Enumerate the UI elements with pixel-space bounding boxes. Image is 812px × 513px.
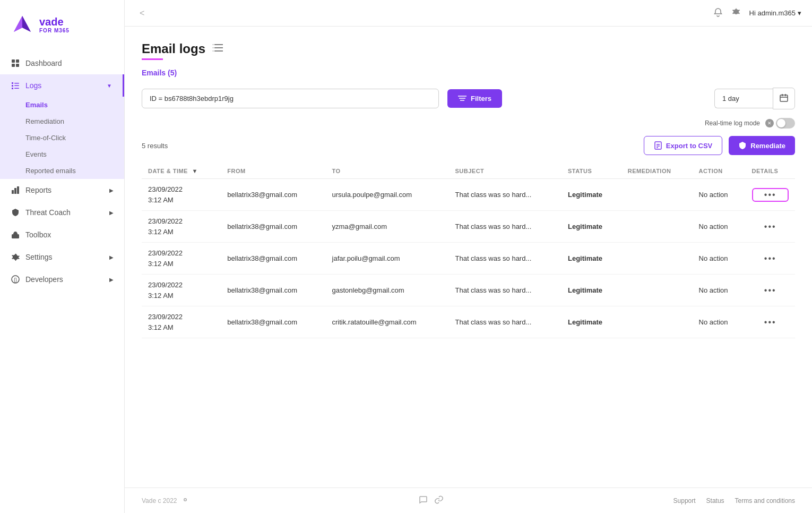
topbar-right: Hi admin.m365 ▾: [713, 7, 801, 19]
cell-action: No action: [693, 275, 746, 306]
page-header: Email logs: [142, 41, 795, 56]
sidebar-item-threat-coach[interactable]: Threat Coach ▶: [0, 201, 124, 224]
details-dots-button[interactable]: •••: [752, 188, 789, 202]
sidebar-item-events[interactable]: Events: [25, 146, 124, 163]
main-nav: Dashboard Logs ▼ Emails Remediation Time…: [0, 47, 124, 513]
footer-copyright: Vade c 2022: [142, 497, 177, 505]
cell-from: bellatrix38@gmail.com: [221, 179, 325, 211]
list-icon: [11, 81, 20, 90]
cell-details[interactable]: •••: [746, 306, 795, 338]
action-buttons: Export to CSV Remediate: [644, 136, 795, 155]
svg-rect-1: [16, 59, 19, 63]
cell-details[interactable]: •••: [746, 243, 795, 275]
cell-datetime: 23/09/20223:12 AM: [142, 275, 221, 306]
notification-icon[interactable]: [713, 7, 723, 19]
sidebar-item-logs[interactable]: Logs ▼: [0, 74, 124, 97]
svg-rect-30: [655, 142, 661, 149]
cell-from: bellatrix38@gmail.com: [221, 211, 325, 243]
sidebar-item-reported-emails[interactable]: Reported emails: [25, 163, 124, 179]
footer-terms[interactable]: Terms and conditions: [735, 497, 795, 505]
toggle-x-icon: ✕: [765, 119, 774, 127]
footer-center: [419, 495, 443, 506]
cell-subject: That class was so hard...: [448, 275, 562, 306]
chevron-right-icon-3: ▶: [109, 254, 114, 260]
main-content: < Hi admin.m365 ▾ Email logs Emails (5): [125, 0, 812, 513]
cell-to: critik.ratatouille@gmail.com: [326, 306, 449, 338]
col-subject: SUBJECT: [448, 164, 562, 179]
date-input[interactable]: [714, 89, 773, 108]
export-csv-button[interactable]: Export to CSV: [644, 136, 722, 155]
sidebar-item-label-dashboard: Dashboard: [25, 59, 62, 67]
sidebar-item-settings[interactable]: Settings ▶: [0, 246, 124, 268]
details-dots-button[interactable]: •••: [752, 254, 789, 263]
filter-input[interactable]: [142, 89, 439, 108]
cell-remediation: [621, 179, 693, 211]
filters-button[interactable]: Filters: [447, 89, 502, 108]
col-to: TO: [326, 164, 449, 179]
sidebar-item-reports[interactable]: Reports ▶: [0, 179, 124, 201]
cell-action: No action: [693, 179, 746, 211]
sidebar-item-time-of-click[interactable]: Time-of-Click: [25, 130, 124, 146]
list-view-icon[interactable]: [213, 43, 224, 55]
remediate-button[interactable]: Remediate: [729, 136, 795, 155]
sidebar: vade FOR M365 Dashboard Logs ▼ Emails Re…: [0, 0, 125, 513]
cell-status: Legitimate: [562, 211, 621, 243]
cell-from: bellatrix38@gmail.com: [221, 243, 325, 275]
logo-text: vade FOR M365: [39, 16, 70, 33]
sidebar-item-developers[interactable]: {} Developers ▶: [0, 268, 124, 290]
cell-subject: That class was so hard...: [448, 179, 562, 211]
calendar-button[interactable]: [773, 88, 795, 109]
export-csv-label: Export to CSV: [666, 142, 712, 150]
cell-details[interactable]: •••: [746, 179, 795, 211]
cell-datetime: 23/09/20223:12 AM: [142, 243, 221, 275]
cell-remediation: [621, 306, 693, 338]
page-content: Email logs Emails (5) Filters Real-time: [125, 27, 812, 488]
col-status: STATUS: [562, 164, 621, 179]
realtime-label: Real-time log mode: [705, 119, 760, 127]
title-underline: [142, 58, 163, 60]
col-datetime[interactable]: DATE & TIME ▼: [142, 164, 221, 179]
svg-rect-2: [12, 64, 15, 67]
filter-bar: Filters: [142, 88, 795, 109]
user-label: Hi admin.m365: [749, 9, 796, 17]
sidebar-item-label-toolbox: Toolbox: [25, 230, 51, 239]
sidebar-item-emails[interactable]: Emails: [25, 97, 124, 113]
footer-chat-icon[interactable]: [419, 495, 427, 506]
table-body: 23/09/20223:12 AM bellatrix38@gmail.com …: [142, 179, 795, 338]
footer-support[interactable]: Support: [673, 497, 696, 505]
cell-subject: That class was so hard...: [448, 211, 562, 243]
action-row: 5 results Export to CSV Remediate: [142, 136, 795, 155]
cell-remediation: [621, 275, 693, 306]
toggle-track[interactable]: [776, 118, 795, 129]
sidebar-item-label-reports: Reports: [25, 186, 51, 194]
cell-details[interactable]: •••: [746, 275, 795, 306]
cell-status: Legitimate: [562, 306, 621, 338]
cell-to: ursula.poulpe@gmail.com: [326, 179, 449, 211]
sidebar-item-remediation[interactable]: Remediation: [25, 113, 124, 130]
table-row: 23/09/20223:12 AM bellatrix38@gmail.com …: [142, 211, 795, 243]
cell-details[interactable]: •••: [746, 211, 795, 243]
footer-gear-icon[interactable]: [182, 496, 189, 505]
footer-link-icon[interactable]: [435, 495, 443, 506]
user-menu[interactable]: Hi admin.m365 ▾: [749, 9, 801, 17]
realtime-toggle[interactable]: ✕: [765, 118, 795, 129]
cell-subject: That class was so hard...: [448, 243, 562, 275]
gear-icon: [11, 252, 20, 262]
back-button[interactable]: <: [135, 6, 149, 20]
details-dots-button[interactable]: •••: [752, 222, 789, 232]
cell-to: yzma@gmail.com: [326, 211, 449, 243]
details-dots-button[interactable]: •••: [752, 286, 789, 295]
settings-gear-icon[interactable]: [731, 7, 741, 19]
cell-status: Legitimate: [562, 179, 621, 211]
details-dots-button[interactable]: •••: [752, 318, 789, 327]
sidebar-item-toolbox[interactable]: Toolbox: [0, 224, 124, 246]
svg-text:{}: {}: [14, 277, 17, 283]
results-count: 5 results: [142, 142, 168, 150]
svg-rect-3: [16, 64, 19, 67]
svg-rect-12: [17, 186, 19, 194]
footer-status[interactable]: Status: [706, 497, 724, 505]
col-details: DETAILS: [746, 164, 795, 179]
sidebar-item-dashboard[interactable]: Dashboard: [0, 52, 124, 74]
page-footer: Vade c 2022 Support Status Terms and con…: [125, 488, 812, 513]
emails-count: Emails (5): [142, 69, 795, 77]
